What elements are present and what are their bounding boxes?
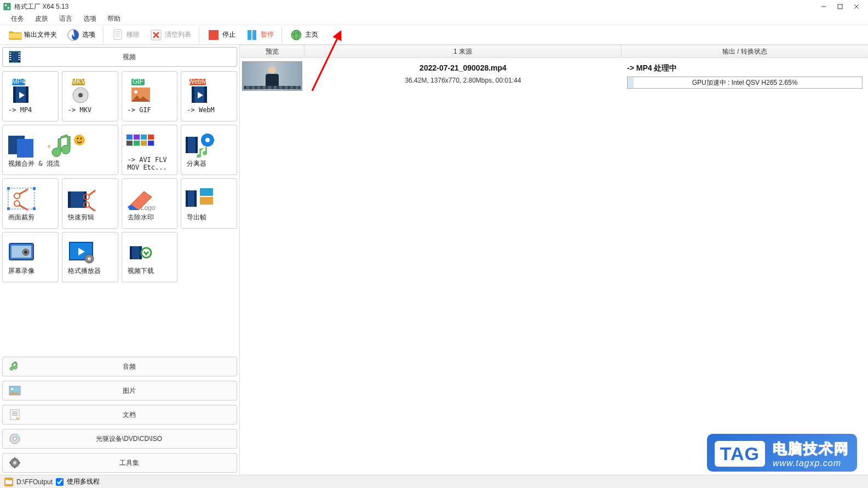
svg-rect-52 — [17, 139, 33, 158]
mkv-icon: MKV — [66, 79, 96, 104]
category-document[interactable]: 文档 — [2, 405, 237, 425]
svg-text:GIF: GIF — [133, 79, 143, 85]
task-row[interactable]: 2022-07-21_090028.mp4 36.42M, 1376x770, … — [240, 58, 868, 94]
svg-rect-30 — [19, 59, 20, 60]
task-filename: 2022-07-21_090028.mp4 — [304, 63, 622, 72]
header-preview[interactable]: 预览 — [240, 45, 304, 57]
header-source[interactable]: 1 来源 — [304, 45, 622, 57]
menu-help[interactable]: 帮助 — [102, 13, 126, 25]
pause-button[interactable]: 暂停 — [242, 27, 277, 43]
output-folder-button[interactable]: 输出文件夹 — [5, 27, 60, 43]
tool-frames-label: 导出帧 — [185, 213, 209, 221]
maximize-button[interactable] — [832, 1, 848, 12]
tool-screc[interactable]: 屏幕录像 — [2, 232, 59, 282]
svg-rect-17 — [252, 30, 256, 40]
svg-line-84 — [89, 190, 95, 195]
remove-button[interactable]: 移除 — [108, 27, 143, 43]
home-button[interactable]: 主页 — [286, 27, 321, 43]
svg-rect-73 — [7, 207, 10, 210]
globe-icon — [290, 28, 303, 42]
category-tools-label: 工具集 — [27, 458, 231, 468]
svg-rect-67 — [196, 137, 198, 153]
svg-rect-27 — [19, 53, 20, 54]
aviflv-icon — [125, 129, 156, 154]
folder-icon — [9, 28, 22, 42]
svg-text:+: + — [47, 143, 51, 150]
svg-rect-15 — [209, 30, 219, 40]
close-button[interactable] — [848, 1, 865, 12]
tool-crop[interactable]: 画面裁剪 — [2, 178, 59, 229]
tool-demux[interactable]: 分离器 — [181, 125, 237, 175]
svg-rect-23 — [10, 53, 12, 54]
tool-mkv[interactable]: MKV-> MKV — [62, 71, 118, 121]
svg-rect-89 — [194, 190, 197, 207]
svg-rect-48 — [192, 86, 194, 103]
menu-options[interactable]: 选项 — [78, 13, 102, 25]
webm-icon: WebM — [185, 79, 215, 104]
svg-rect-106 — [10, 410, 19, 420]
tool-aviflv-label: -> AVI FLV MOV Etc... — [125, 156, 169, 172]
svg-text:MP4: MP4 — [12, 79, 26, 85]
tool-merge-label: 视频合并 & 混流 — [6, 160, 62, 167]
svg-point-99 — [88, 257, 91, 260]
tool-merge[interactable]: +视频合并 & 混流 — [2, 125, 118, 175]
sidebar: 视频 MP4-> MP4MKV-> MKVGIF-> GIFWebM-> Web… — [0, 45, 240, 475]
statusbar-path[interactable]: D:\FFOutput — [16, 478, 53, 486]
tool-webm[interactable]: WebM-> WebM — [181, 71, 237, 121]
options-button[interactable]: 选项 — [64, 27, 99, 43]
svg-point-95 — [24, 251, 27, 254]
tool-quick[interactable]: 快速剪辑 — [62, 178, 118, 229]
document-icon — [8, 408, 21, 421]
category-audio[interactable]: 音频 — [2, 357, 237, 376]
stop-button[interactable]: 停止 — [204, 27, 239, 43]
svg-point-44 — [134, 90, 137, 94]
menu-language[interactable]: 语言 — [54, 13, 78, 25]
category-picture[interactable]: 图片 — [2, 381, 237, 400]
task-progress-text: GPU加速中 : Intel QSV H265 2.65% — [628, 77, 862, 88]
svg-rect-88 — [186, 190, 188, 207]
multithread-checkbox[interactable] — [56, 478, 64, 486]
titlebar: 格式工厂 X64 5.13 — [0, 0, 868, 13]
task-output-column: -> MP4 处理中 GPU加速中 : Intel QSV H265 2.65% — [622, 61, 868, 91]
tool-frames[interactable]: 导出帧 — [181, 178, 237, 229]
category-video[interactable]: 视频 — [2, 47, 237, 67]
svg-point-75 — [14, 193, 20, 199]
tool-player[interactable]: 格式播放器 — [62, 232, 118, 282]
screc-icon — [6, 240, 37, 265]
toolbar-separator-3 — [281, 27, 282, 43]
menubar: 任务 皮肤 语言 选项 帮助 — [0, 13, 868, 25]
clear-list-button[interactable]: 清空列表 — [146, 27, 194, 43]
category-disc-label: 光驱设备\DVD\CD\ISO — [27, 434, 231, 444]
category-disc[interactable]: 光驱设备\DVD\CD\ISO — [2, 429, 237, 449]
task-file-meta: 36.42M, 1376x770, 2.80Mbps, 00:01:44 — [304, 77, 622, 84]
svg-rect-91 — [200, 197, 213, 205]
svg-rect-1 — [5, 4, 7, 6]
menu-tasks[interactable]: 任务 — [5, 13, 30, 25]
svg-rect-60 — [148, 134, 154, 139]
category-document-label: 文档 — [27, 410, 231, 420]
tool-mp4[interactable]: MP4-> MP4 — [2, 71, 59, 121]
category-tools[interactable]: 工具集 — [2, 453, 237, 473]
menu-skin[interactable]: 皮肤 — [30, 13, 54, 25]
svg-point-40 — [78, 93, 83, 97]
tool-aviflv[interactable]: -> AVI FLV MOV Etc... — [122, 125, 178, 175]
tool-demux-label: 分离器 — [185, 160, 209, 167]
svg-rect-34 — [13, 86, 16, 103]
tool-dl[interactable]: 视频下载 — [122, 232, 178, 282]
folder-small-icon[interactable] — [4, 478, 13, 486]
svg-text:Logo: Logo — [141, 204, 156, 211]
thumb-image — [242, 61, 302, 91]
film-icon — [8, 50, 21, 63]
header-output[interactable]: 输出 / 转换状态 — [622, 45, 868, 57]
svg-rect-62 — [133, 141, 139, 146]
task-list-header: 预览 1 来源 输出 / 转换状态 — [240, 45, 868, 58]
svg-rect-80 — [68, 191, 71, 208]
toolbar-separator — [103, 27, 104, 43]
svg-point-69 — [205, 138, 210, 142]
svg-text:MKV: MKV — [71, 79, 85, 85]
tool-rmwm[interactable]: Logo去除水印 — [122, 178, 178, 229]
tool-gif[interactable]: GIF-> GIF — [122, 71, 178, 121]
svg-rect-72 — [33, 187, 36, 190]
demux-icon — [185, 132, 215, 158]
minimize-button[interactable] — [815, 1, 832, 12]
